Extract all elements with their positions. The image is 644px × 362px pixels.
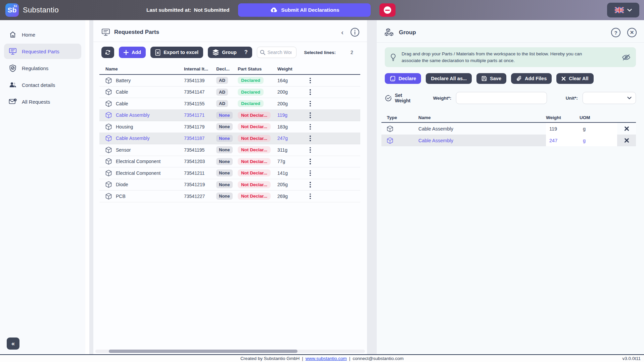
table-row[interactable]: Cable Assembly73541171NoneNot Declar...1… (99, 110, 360, 121)
table-row[interactable]: Cable73541155ADDeclared200g (99, 98, 360, 110)
group-panel-title: Group (399, 29, 416, 36)
column-weight: Weight (546, 115, 580, 120)
drag-drop-hint-banner: Drag and drop your Parts / Materials fro… (385, 47, 636, 67)
sidebar-item-all-requests[interactable]: All Requests (4, 94, 81, 109)
row-menu-icon[interactable] (308, 146, 312, 154)
part-name: Battery (116, 78, 131, 83)
row-menu-icon[interactable] (308, 192, 312, 201)
submit-all-declarations-button[interactable]: Submit All Declarations (238, 3, 371, 17)
selected-lines-value: 2 (351, 50, 353, 55)
part-name: Electrical Component (116, 170, 160, 176)
declare-all-as-button[interactable]: Declare All as... (426, 73, 472, 84)
table-row[interactable]: Electrical Component73541203NoneNot Decl… (99, 156, 360, 168)
sidebar-item-regulations[interactable]: Regulations (4, 60, 81, 76)
row-menu-icon[interactable] (308, 134, 312, 143)
table-row[interactable]: Housing73541179NoneNot Declar...183g (99, 121, 360, 133)
website-link[interactable]: www.substantio.com (306, 356, 347, 361)
declare-button[interactable]: Declare (385, 73, 421, 84)
table-row[interactable]: Battery73541139ADDeclared164g (99, 75, 360, 87)
group-item-uom[interactable]: g (580, 123, 617, 135)
sidebar-item-requested-parts[interactable]: Requested Parts (4, 44, 81, 59)
weight-input[interactable] (456, 92, 547, 104)
internal-item-number: 73541227 (184, 194, 216, 199)
declaration-badge: None (216, 181, 233, 188)
collapse-panel-icon[interactable]: ‹ (341, 29, 343, 36)
eye-slash-icon[interactable] (622, 54, 631, 61)
table-row[interactable]: Electrical Component73541211NoneNot Decl… (99, 167, 360, 179)
column-weight[interactable]: Weight (277, 66, 304, 71)
column-internal-item[interactable]: Internal It... (184, 66, 216, 71)
banner-text: Drag and drop your Parts / Materials fro… (402, 51, 590, 64)
table-row[interactable]: PCB73541227NoneNot Declar...269g (99, 191, 360, 202)
part-name: Cable Assembly (116, 136, 149, 141)
row-menu-icon[interactable] (308, 169, 312, 177)
excel-file-icon (155, 49, 160, 56)
cube-icon (105, 77, 112, 84)
group-button[interactable]: Group ? (208, 47, 252, 58)
column-name[interactable]: Name (100, 66, 184, 71)
check-circle-icon[interactable] (385, 95, 392, 102)
part-weight: 247g (277, 136, 304, 141)
group-item-row[interactable]: Cable Assembly247g (381, 135, 636, 146)
last-submitted-value: Not Submitted (194, 7, 229, 13)
users-icon (9, 81, 17, 89)
row-menu-icon[interactable] (308, 100, 312, 108)
export-excel-button[interactable]: Export to excel (150, 47, 203, 58)
row-menu-icon[interactable] (308, 111, 312, 119)
info-icon[interactable] (350, 28, 360, 37)
add-button[interactable]: Add (119, 47, 146, 58)
footer-created: Created by Substantio GmbH (240, 356, 300, 361)
search-input[interactable] (267, 50, 291, 55)
row-menu-icon[interactable] (308, 88, 312, 96)
unit-select[interactable] (583, 92, 636, 104)
group-help-icon[interactable]: ? (244, 49, 248, 55)
declaration-badge: AD (216, 100, 228, 107)
help-icon[interactable]: ? (611, 28, 620, 37)
row-menu-icon[interactable] (308, 180, 312, 189)
page-title: Requested Parts (114, 29, 159, 36)
row-menu-icon[interactable] (308, 157, 312, 166)
group-table-header: Type Name Weight UOM (381, 113, 636, 123)
search-icon (260, 50, 265, 55)
scrollbar-thumb[interactable] (109, 350, 297, 353)
internal-item-number: 73541187 (184, 136, 216, 141)
stop-button[interactable] (379, 3, 396, 17)
internal-item-number: 73541139 (184, 78, 216, 83)
column-declaration[interactable]: Decl... (216, 66, 238, 71)
table-row[interactable]: Diode73541219NoneNot Declar...205g (99, 179, 360, 191)
group-item-weight[interactable]: 247 (546, 135, 580, 146)
part-weight: 269g (277, 194, 304, 199)
refresh-button[interactable] (101, 47, 114, 58)
row-menu-icon[interactable] (308, 76, 312, 85)
group-item-row[interactable]: Cable Assembly119g (381, 123, 636, 135)
clear-all-label: Clear All (569, 76, 588, 81)
clear-all-button[interactable]: Clear All (556, 73, 593, 84)
part-weight: 205g (277, 182, 304, 187)
group-item-weight[interactable]: 119 (546, 123, 580, 135)
remove-item-button[interactable] (617, 123, 636, 135)
row-menu-icon[interactable] (308, 123, 312, 131)
add-files-button[interactable]: Add Files (511, 73, 552, 84)
cube-icon (105, 135, 112, 142)
sidebar-collapse-button[interactable]: « (7, 338, 19, 350)
sidebar-item-contact-details[interactable]: Contact details (4, 77, 81, 93)
table-row[interactable]: Cable Assembly73541187NoneNot Declar...2… (99, 133, 360, 145)
language-selector[interactable] (607, 3, 639, 17)
export-label: Export to excel (164, 50, 198, 55)
sidebar-item-home[interactable]: Home (4, 27, 81, 42)
remove-item-button[interactable] (617, 135, 636, 146)
sidebar-item-label: All Requests (22, 99, 50, 105)
internal-item-number: 73541179 (184, 124, 216, 130)
group-item-uom[interactable]: g (580, 135, 617, 146)
part-status-badge: Not Declar... (238, 158, 271, 165)
cube-icon (105, 158, 112, 165)
table-row[interactable]: Sensor73541195NoneNot Declar...311g (99, 144, 360, 156)
cube-icon (105, 181, 112, 188)
column-part-status[interactable]: Part Status (238, 66, 277, 71)
table-row[interactable]: Cable73541147ADDeclared200g (99, 87, 360, 98)
close-icon[interactable]: ✕ (627, 28, 637, 37)
save-button[interactable]: Save (476, 73, 506, 84)
submit-all-label: Submit All Declarations (281, 7, 339, 13)
minus-circle-icon (384, 6, 391, 14)
horizontal-scrollbar[interactable] (95, 350, 365, 353)
